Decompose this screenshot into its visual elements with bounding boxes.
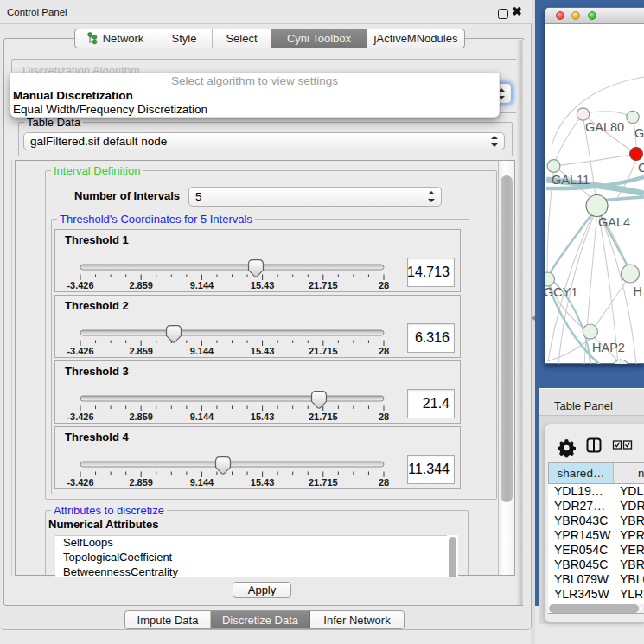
svg-text:GAL11: GAL11 (552, 173, 590, 187)
svg-text:-3.426: -3.426 (67, 280, 93, 290)
svg-text:28: 28 (379, 346, 389, 356)
svg-text:21.715: 21.715 (309, 411, 338, 422)
svg-text:2.859: 2.859 (129, 411, 153, 422)
svg-text:-3.426: -3.426 (67, 477, 93, 488)
svg-text:G.: G. (634, 126, 644, 140)
svg-text:28: 28 (379, 280, 389, 290)
svg-text:15.43: 15.43 (251, 280, 275, 290)
svg-text:C: C (638, 161, 644, 175)
svg-text:HAP2: HAP2 (592, 341, 625, 354)
svg-text:9.144: 9.144 (190, 280, 214, 290)
svg-text:2.859: 2.859 (129, 280, 153, 290)
svg-text:21.715: 21.715 (309, 280, 338, 290)
svg-text:28: 28 (379, 477, 389, 488)
svg-text:9.144: 9.144 (190, 411, 214, 422)
svg-text:15.43: 15.43 (251, 477, 275, 488)
svg-text:GCY1: GCY1 (545, 285, 578, 299)
svg-text:21.715: 21.715 (309, 346, 338, 356)
svg-text:-3.426: -3.426 (67, 411, 93, 422)
svg-text:2.859: 2.859 (129, 346, 153, 356)
svg-text:2.859: 2.859 (129, 477, 153, 488)
svg-text:9.144: 9.144 (190, 346, 214, 356)
svg-text:GAL4: GAL4 (598, 215, 630, 229)
svg-text:H: H (634, 284, 642, 298)
svg-text:15.43: 15.43 (251, 346, 275, 356)
svg-text:21.715: 21.715 (309, 477, 338, 488)
svg-text:28: 28 (379, 411, 389, 422)
svg-text:15.43: 15.43 (251, 411, 275, 422)
svg-text:9.144: 9.144 (190, 477, 214, 488)
svg-text:-3.426: -3.426 (67, 346, 93, 356)
svg-text:GAL80: GAL80 (585, 120, 624, 134)
